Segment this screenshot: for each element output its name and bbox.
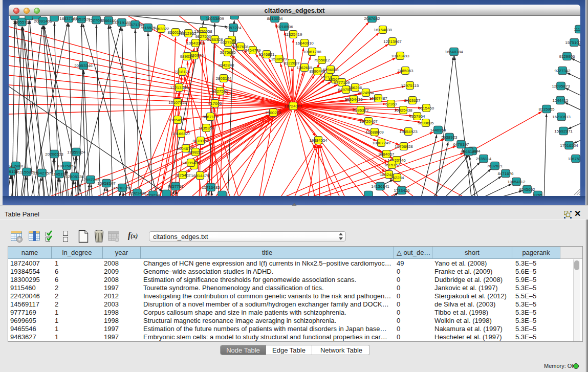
svg-text:8215955: 8215955 <box>538 107 555 112</box>
svg-text:10807487: 10807487 <box>369 96 387 101</box>
svg-text:14136141: 14136141 <box>371 184 389 189</box>
svg-text:10975857: 10975857 <box>57 164 76 168</box>
svg-text:7986372: 7986372 <box>353 108 369 113</box>
svg-text:62160: 62160 <box>385 102 397 106</box>
svg-text:16648784: 16648784 <box>445 50 463 54</box>
svg-text:9265: 9265 <box>533 193 542 196</box>
svg-text:19654923: 19654923 <box>168 118 187 122</box>
svg-text:6794028: 6794028 <box>322 68 339 72</box>
svg-text:19756928: 19756928 <box>395 144 413 149</box>
svg-text:417006: 417006 <box>208 101 222 106</box>
svg-text:14055724: 14055724 <box>13 20 31 25</box>
svg-text:10654112: 10654112 <box>508 180 526 184</box>
svg-text:16154838: 16154838 <box>374 28 392 32</box>
svg-text:7625402: 7625402 <box>175 173 191 178</box>
svg-text:15720407: 15720407 <box>359 119 378 124</box>
svg-text:16210613: 16210613 <box>552 115 571 119</box>
svg-text:746266: 746266 <box>349 85 362 90</box>
svg-text:20091406: 20091406 <box>34 19 52 24</box>
svg-text:1733426: 1733426 <box>394 188 410 193</box>
svg-text:10973493: 10973493 <box>391 54 409 58</box>
svg-text:9227342: 9227342 <box>554 69 571 73</box>
svg-text:9468184: 9468184 <box>461 149 477 154</box>
svg-text:1440954: 1440954 <box>430 128 446 133</box>
svg-text:8427552: 8427552 <box>212 89 228 94</box>
svg-text:18724007: 18724007 <box>284 104 302 108</box>
svg-text:10025438: 10025438 <box>394 108 412 113</box>
svg-text:9463627: 9463627 <box>404 98 421 103</box>
svg-text:7163822: 7163822 <box>153 27 169 31</box>
svg-text:5938923: 5938923 <box>441 135 458 140</box>
svg-text:7485063: 7485063 <box>397 69 413 73</box>
svg-text:7357224: 7357224 <box>225 26 242 30</box>
svg-text:16640910: 16640910 <box>295 41 314 46</box>
svg-text:9146821: 9146821 <box>258 52 275 57</box>
svg-text:15751074: 15751074 <box>565 40 580 45</box>
svg-text:7632621: 7632621 <box>487 164 503 168</box>
svg-text:12975115: 12975115 <box>401 83 420 88</box>
svg-text:11325419: 11325419 <box>285 32 303 37</box>
svg-text:3675685: 3675685 <box>220 50 236 55</box>
svg-text:19384554: 19384554 <box>309 138 328 143</box>
svg-text:8471676: 8471676 <box>497 171 514 176</box>
svg-text:939159: 939159 <box>9 169 18 174</box>
svg-text:12942757: 12942757 <box>33 171 51 176</box>
svg-text:8867110: 8867110 <box>203 115 219 119</box>
svg-text:9129906: 9129906 <box>559 54 575 59</box>
svg-text:12213389: 12213389 <box>170 85 188 90</box>
svg-text:6479197: 6479197 <box>453 142 469 147</box>
svg-text:989034: 989034 <box>180 54 194 59</box>
svg-text:129234: 129234 <box>146 193 160 196</box>
svg-text:16033809: 16033809 <box>206 16 224 21</box>
svg-text:9777169: 9777169 <box>334 80 350 85</box>
svg-text:9245652: 9245652 <box>519 187 535 192</box>
svg-text:2803144: 2803144 <box>215 76 232 81</box>
svg-text:9699695: 9699695 <box>418 121 434 125</box>
svg-text:20053346: 20053346 <box>74 63 93 68</box>
svg-text:7955812: 7955812 <box>314 58 330 62</box>
svg-text:12095873: 12095873 <box>552 84 570 89</box>
svg-text:19654923: 19654923 <box>399 129 418 134</box>
svg-text:15692971: 15692971 <box>554 129 573 134</box>
svg-text:17359924: 17359924 <box>67 150 85 155</box>
svg-text:1167533: 1167533 <box>568 157 580 161</box>
svg-text:8878334: 8878334 <box>192 139 209 143</box>
svg-text:10543382: 10543382 <box>186 41 205 46</box>
svg-text:20206533: 20206533 <box>45 152 63 157</box>
svg-text:15716485: 15716485 <box>202 185 220 190</box>
svg-text:14099489: 14099489 <box>182 161 200 165</box>
svg-text:3624554: 3624554 <box>358 91 374 95</box>
svg-text:19166827: 19166827 <box>172 132 190 136</box>
svg-text:10107552: 10107552 <box>168 100 187 105</box>
svg-text:17016504: 17016504 <box>560 143 578 148</box>
svg-text:4957964: 4957964 <box>409 114 425 119</box>
svg-text:9115460: 9115460 <box>419 106 434 111</box>
svg-text:8813054: 8813054 <box>267 16 283 21</box>
svg-text:9657791: 9657791 <box>167 184 184 189</box>
svg-text:252254: 252254 <box>390 176 404 180</box>
svg-text:9498222: 9498222 <box>187 150 204 155</box>
svg-text:9084067: 9084067 <box>378 152 395 157</box>
svg-text:12923448: 12923448 <box>128 191 146 195</box>
svg-text:16782759: 16782759 <box>113 186 132 190</box>
svg-text:11124: 11124 <box>574 27 580 32</box>
svg-text:9242848: 9242848 <box>218 63 234 68</box>
svg-text:12213967: 12213967 <box>383 39 402 44</box>
svg-text:2087682: 2087682 <box>364 16 380 21</box>
svg-text:10958107: 10958107 <box>97 181 116 186</box>
svg-text:10961788: 10961788 <box>303 50 321 54</box>
svg-text:2300213: 2300213 <box>265 111 281 115</box>
svg-text:10688609: 10688609 <box>365 130 384 135</box>
svg-text:20364436: 20364436 <box>344 97 363 102</box>
svg-text:1615152: 1615152 <box>384 163 400 167</box>
svg-text:8322037: 8322037 <box>284 61 300 65</box>
svg-text:16914479: 16914479 <box>191 173 209 178</box>
svg-text:1145194: 1145194 <box>52 172 68 177</box>
svg-text:19218506: 19218506 <box>275 25 293 29</box>
svg-text:18807249: 18807249 <box>372 141 390 145</box>
svg-text:1244415: 1244415 <box>552 98 569 103</box>
svg-text:2935114: 2935114 <box>476 157 492 161</box>
svg-text:2718176: 2718176 <box>174 70 190 74</box>
svg-text:1135359: 1135359 <box>199 126 214 130</box>
